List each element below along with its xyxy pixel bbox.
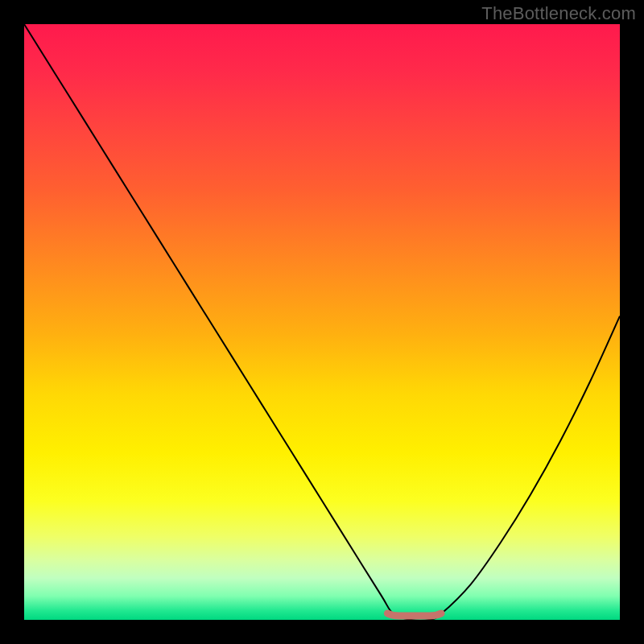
optimal-range-marker [387, 613, 441, 616]
plot-area [24, 24, 620, 620]
chart-svg [24, 24, 620, 620]
watermark-text: TheBottleneck.com [481, 3, 636, 24]
chart-frame: TheBottleneck.com [0, 0, 644, 644]
bottleneck-curve [24, 24, 620, 621]
